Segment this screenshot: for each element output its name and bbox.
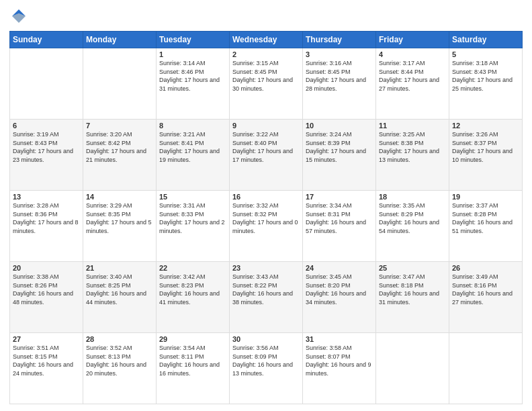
logo bbox=[9, 7, 31, 26]
day-info: Sunrise: 3:38 AM Sunset: 8:26 PM Dayligh… bbox=[13, 273, 80, 306]
calendar-cell: 27Sunrise: 3:51 AM Sunset: 8:15 PM Dayli… bbox=[10, 333, 83, 404]
day-number: 30 bbox=[232, 335, 300, 343]
day-header: Monday bbox=[83, 32, 157, 48]
day-number: 26 bbox=[452, 264, 519, 272]
calendar-cell: 24Sunrise: 3:45 AM Sunset: 8:20 PM Dayli… bbox=[303, 262, 376, 333]
calendar-cell: 17Sunrise: 3:34 AM Sunset: 8:31 PM Dayli… bbox=[303, 191, 376, 262]
calendar-cell bbox=[83, 48, 157, 120]
calendar-cell: 28Sunrise: 3:52 AM Sunset: 8:13 PM Dayli… bbox=[83, 333, 157, 404]
calendar-cell: 1Sunrise: 3:14 AM Sunset: 8:46 PM Daylig… bbox=[157, 48, 230, 120]
calendar-cell: 31Sunrise: 3:58 AM Sunset: 8:07 PM Dayli… bbox=[303, 333, 376, 404]
day-info: Sunrise: 3:14 AM Sunset: 8:46 PM Dayligh… bbox=[159, 59, 226, 93]
day-info: Sunrise: 3:52 AM Sunset: 8:13 PM Dayligh… bbox=[86, 344, 153, 377]
calendar-cell: 16Sunrise: 3:32 AM Sunset: 8:32 PM Dayli… bbox=[230, 191, 303, 262]
day-info: Sunrise: 3:51 AM Sunset: 8:15 PM Dayligh… bbox=[13, 344, 80, 377]
day-number: 22 bbox=[159, 264, 226, 272]
day-number: 23 bbox=[232, 264, 300, 272]
calendar-week-row: 20Sunrise: 3:38 AM Sunset: 8:26 PM Dayli… bbox=[10, 262, 523, 333]
calendar-cell: 10Sunrise: 3:24 AM Sunset: 8:39 PM Dayli… bbox=[303, 120, 376, 191]
day-info: Sunrise: 3:29 AM Sunset: 8:35 PM Dayligh… bbox=[86, 201, 153, 235]
day-info: Sunrise: 3:24 AM Sunset: 8:39 PM Dayligh… bbox=[306, 130, 373, 164]
day-info: Sunrise: 3:47 AM Sunset: 8:18 PM Dayligh… bbox=[379, 273, 446, 306]
day-number: 19 bbox=[452, 193, 519, 201]
day-info: Sunrise: 3:43 AM Sunset: 8:22 PM Dayligh… bbox=[232, 273, 300, 306]
day-info: Sunrise: 3:49 AM Sunset: 8:16 PM Dayligh… bbox=[452, 273, 519, 306]
calendar-cell: 3Sunrise: 3:16 AM Sunset: 8:45 PM Daylig… bbox=[303, 48, 376, 120]
day-info: Sunrise: 3:42 AM Sunset: 8:23 PM Dayligh… bbox=[159, 273, 226, 306]
day-info: Sunrise: 3:54 AM Sunset: 8:11 PM Dayligh… bbox=[159, 344, 226, 377]
day-header: Tuesday bbox=[157, 32, 230, 48]
day-number: 25 bbox=[379, 264, 446, 272]
calendar-week-row: 1Sunrise: 3:14 AM Sunset: 8:46 PM Daylig… bbox=[10, 48, 523, 120]
day-header: Saturday bbox=[449, 32, 523, 48]
day-info: Sunrise: 3:32 AM Sunset: 8:32 PM Dayligh… bbox=[232, 201, 300, 235]
day-info: Sunrise: 3:25 AM Sunset: 8:38 PM Dayligh… bbox=[379, 130, 446, 164]
day-info: Sunrise: 3:18 AM Sunset: 8:43 PM Dayligh… bbox=[452, 59, 519, 93]
calendar-cell bbox=[10, 48, 83, 120]
day-info: Sunrise: 3:31 AM Sunset: 8:33 PM Dayligh… bbox=[159, 201, 226, 235]
day-number: 14 bbox=[86, 193, 153, 201]
calendar-header-row: SundayMondayTuesdayWednesdayThursdayFrid… bbox=[10, 32, 523, 48]
day-number: 11 bbox=[379, 122, 446, 130]
day-info: Sunrise: 3:22 AM Sunset: 8:40 PM Dayligh… bbox=[232, 130, 300, 164]
day-number: 13 bbox=[13, 193, 80, 201]
day-number: 4 bbox=[379, 50, 446, 58]
calendar-week-row: 13Sunrise: 3:28 AM Sunset: 8:36 PM Dayli… bbox=[10, 191, 523, 262]
calendar-cell: 26Sunrise: 3:49 AM Sunset: 8:16 PM Dayli… bbox=[449, 262, 523, 333]
day-number: 31 bbox=[306, 335, 373, 343]
calendar-cell: 21Sunrise: 3:40 AM Sunset: 8:25 PM Dayli… bbox=[83, 262, 157, 333]
day-number: 21 bbox=[86, 264, 153, 272]
day-number: 10 bbox=[306, 122, 373, 130]
calendar-cell: 6Sunrise: 3:19 AM Sunset: 8:43 PM Daylig… bbox=[10, 120, 83, 191]
calendar-cell bbox=[449, 333, 523, 404]
day-header: Sunday bbox=[10, 32, 83, 48]
calendar-cell: 4Sunrise: 3:17 AM Sunset: 8:44 PM Daylig… bbox=[376, 48, 449, 120]
logo-icon bbox=[9, 7, 28, 26]
day-info: Sunrise: 3:56 AM Sunset: 8:09 PM Dayligh… bbox=[232, 344, 300, 377]
day-info: Sunrise: 3:40 AM Sunset: 8:25 PM Dayligh… bbox=[86, 273, 153, 306]
calendar-cell: 7Sunrise: 3:20 AM Sunset: 8:42 PM Daylig… bbox=[83, 120, 157, 191]
page: SundayMondayTuesdayWednesdayThursdayFrid… bbox=[0, 0, 532, 411]
calendar-cell: 13Sunrise: 3:28 AM Sunset: 8:36 PM Dayli… bbox=[10, 191, 83, 262]
day-info: Sunrise: 3:34 AM Sunset: 8:31 PM Dayligh… bbox=[306, 201, 373, 235]
calendar-cell: 9Sunrise: 3:22 AM Sunset: 8:40 PM Daylig… bbox=[230, 120, 303, 191]
day-number: 18 bbox=[379, 193, 446, 201]
calendar-cell: 19Sunrise: 3:37 AM Sunset: 8:28 PM Dayli… bbox=[449, 191, 523, 262]
day-info: Sunrise: 3:17 AM Sunset: 8:44 PM Dayligh… bbox=[379, 59, 446, 93]
calendar-cell: 11Sunrise: 3:25 AM Sunset: 8:38 PM Dayli… bbox=[376, 120, 449, 191]
calendar-cell: 15Sunrise: 3:31 AM Sunset: 8:33 PM Dayli… bbox=[157, 191, 230, 262]
day-number: 3 bbox=[306, 50, 373, 58]
calendar-cell: 22Sunrise: 3:42 AM Sunset: 8:23 PM Dayli… bbox=[157, 262, 230, 333]
day-number: 28 bbox=[86, 335, 153, 343]
calendar-cell: 20Sunrise: 3:38 AM Sunset: 8:26 PM Dayli… bbox=[10, 262, 83, 333]
calendar-cell: 2Sunrise: 3:15 AM Sunset: 8:45 PM Daylig… bbox=[230, 48, 303, 120]
calendar-cell bbox=[376, 333, 449, 404]
day-number: 2 bbox=[232, 50, 300, 58]
calendar-cell: 12Sunrise: 3:26 AM Sunset: 8:37 PM Dayli… bbox=[449, 120, 523, 191]
calendar-cell: 23Sunrise: 3:43 AM Sunset: 8:22 PM Dayli… bbox=[230, 262, 303, 333]
calendar-cell: 14Sunrise: 3:29 AM Sunset: 8:35 PM Dayli… bbox=[83, 191, 157, 262]
day-number: 9 bbox=[232, 122, 300, 130]
day-number: 17 bbox=[306, 193, 373, 201]
calendar-cell: 29Sunrise: 3:54 AM Sunset: 8:11 PM Dayli… bbox=[157, 333, 230, 404]
day-info: Sunrise: 3:28 AM Sunset: 8:36 PM Dayligh… bbox=[13, 201, 80, 235]
day-info: Sunrise: 3:21 AM Sunset: 8:41 PM Dayligh… bbox=[159, 130, 226, 164]
day-number: 16 bbox=[232, 193, 300, 201]
day-info: Sunrise: 3:45 AM Sunset: 8:20 PM Dayligh… bbox=[306, 273, 373, 306]
day-header: Thursday bbox=[303, 32, 376, 48]
day-number: 12 bbox=[452, 122, 519, 130]
calendar-week-row: 27Sunrise: 3:51 AM Sunset: 8:15 PM Dayli… bbox=[10, 333, 523, 404]
day-info: Sunrise: 3:37 AM Sunset: 8:28 PM Dayligh… bbox=[452, 201, 519, 235]
day-info: Sunrise: 3:35 AM Sunset: 8:29 PM Dayligh… bbox=[379, 201, 446, 235]
calendar-cell: 30Sunrise: 3:56 AM Sunset: 8:09 PM Dayli… bbox=[230, 333, 303, 404]
calendar-cell: 18Sunrise: 3:35 AM Sunset: 8:29 PM Dayli… bbox=[376, 191, 449, 262]
day-number: 6 bbox=[13, 122, 80, 130]
calendar-week-row: 6Sunrise: 3:19 AM Sunset: 8:43 PM Daylig… bbox=[10, 120, 523, 191]
day-info: Sunrise: 3:16 AM Sunset: 8:45 PM Dayligh… bbox=[306, 59, 373, 93]
calendar-cell: 25Sunrise: 3:47 AM Sunset: 8:18 PM Dayli… bbox=[376, 262, 449, 333]
day-header: Friday bbox=[376, 32, 449, 48]
calendar-table: SundayMondayTuesdayWednesdayThursdayFrid… bbox=[9, 31, 523, 404]
day-number: 20 bbox=[13, 264, 80, 272]
day-info: Sunrise: 3:58 AM Sunset: 8:07 PM Dayligh… bbox=[306, 344, 373, 377]
day-number: 29 bbox=[159, 335, 226, 343]
